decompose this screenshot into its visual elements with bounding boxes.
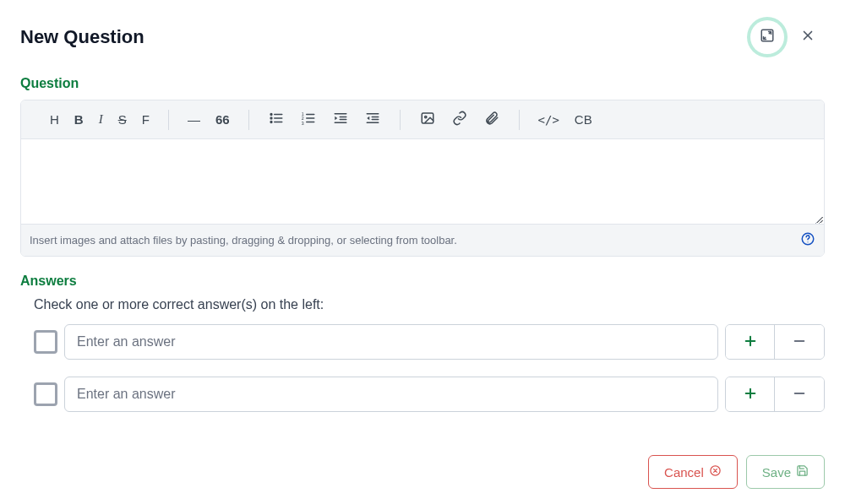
answer-correct-checkbox[interactable] <box>34 330 57 354</box>
link-icon <box>452 111 467 129</box>
toolbar-strike-button[interactable]: S <box>118 112 127 127</box>
bullet-list-icon <box>269 111 284 129</box>
svg-point-22 <box>424 116 426 117</box>
remove-answer-button[interactable] <box>775 377 824 411</box>
close-button[interactable] <box>791 20 825 54</box>
modal-title: New Question <box>20 26 144 48</box>
toolbar-image-button[interactable] <box>419 111 436 128</box>
svg-point-3 <box>270 121 272 122</box>
ordered-list-icon: 123 <box>301 111 316 129</box>
modal-footer: Cancel Save <box>648 455 825 489</box>
toolbar-font-button[interactable]: F <box>142 112 150 127</box>
svg-point-1 <box>270 113 272 115</box>
cancel-button[interactable]: Cancel <box>648 455 738 489</box>
editor-toolbar: H B I S F — 66 123 <box>21 100 824 139</box>
answer-input[interactable] <box>64 324 718 360</box>
answer-correct-checkbox[interactable] <box>34 382 57 406</box>
toolbar-indent-button[interactable] <box>332 111 349 128</box>
add-answer-button[interactable] <box>726 325 775 359</box>
toolbar-bullet-list-button[interactable] <box>268 111 285 128</box>
save-button[interactable]: Save <box>746 455 825 489</box>
cancel-circle-icon <box>709 464 722 480</box>
save-button-label: Save <box>762 465 791 480</box>
close-icon <box>800 28 815 46</box>
resize-handle <box>814 214 822 222</box>
toolbar-link-button[interactable] <box>451 111 468 128</box>
plus-icon <box>744 333 757 352</box>
indent-icon <box>333 111 348 129</box>
question-editor: H B I S F — 66 123 <box>20 100 825 257</box>
toolbar-separator <box>248 110 249 130</box>
plus-icon <box>744 385 757 404</box>
attachment-icon <box>484 111 499 129</box>
question-section-label: Question <box>20 76 825 91</box>
toolbar-quote-button[interactable]: 66 <box>215 112 230 127</box>
toolbar-separator <box>168 110 169 130</box>
image-icon <box>420 111 435 129</box>
outdent-icon <box>365 111 380 129</box>
answers-section-label: Answers <box>20 274 825 289</box>
modal-header: New Question <box>20 20 825 54</box>
toolbar-outdent-button[interactable] <box>364 111 381 128</box>
toolbar-separator <box>519 110 520 130</box>
answer-input[interactable] <box>64 377 718 412</box>
answer-row <box>20 324 825 360</box>
add-answer-button[interactable] <box>726 377 775 411</box>
svg-point-24 <box>807 241 808 242</box>
editor-help-button[interactable] <box>800 231 815 249</box>
svg-point-2 <box>270 117 272 119</box>
toolbar-attachment-button[interactable] <box>483 111 500 128</box>
editor-footer: Insert images and attach files by pastin… <box>21 224 824 256</box>
cancel-button-label: Cancel <box>664 465 704 480</box>
help-icon <box>800 236 815 249</box>
expand-icon <box>760 28 775 46</box>
toolbar-code-button[interactable]: </> <box>538 113 559 127</box>
toolbar-italic-button[interactable]: I <box>99 112 103 127</box>
svg-text:3: 3 <box>301 120 303 125</box>
toolbar-bold-button[interactable]: B <box>74 112 84 127</box>
toolbar-heading-button[interactable]: H <box>50 112 59 127</box>
toolbar-codeblock-button[interactable]: CB <box>575 112 592 127</box>
answers-instruction: Check one or more correct answer(s) on t… <box>34 297 825 312</box>
answer-buttons <box>725 324 825 360</box>
minus-icon <box>793 385 806 404</box>
answer-buttons <box>725 377 825 412</box>
editor-footer-hint: Insert images and attach files by pastin… <box>30 234 457 247</box>
editor-textarea[interactable] <box>21 139 824 224</box>
minus-icon <box>793 333 806 352</box>
header-actions <box>750 20 825 54</box>
answer-row <box>20 377 825 412</box>
new-question-modal: New Question Question H B I S F — 66 <box>0 0 845 504</box>
remove-answer-button[interactable] <box>775 325 824 359</box>
toolbar-ordered-list-button[interactable]: 123 <box>300 111 317 128</box>
toolbar-separator <box>400 110 401 130</box>
save-disk-icon <box>796 464 809 480</box>
toolbar-hr-button[interactable]: — <box>188 112 200 127</box>
expand-button[interactable] <box>750 20 784 54</box>
